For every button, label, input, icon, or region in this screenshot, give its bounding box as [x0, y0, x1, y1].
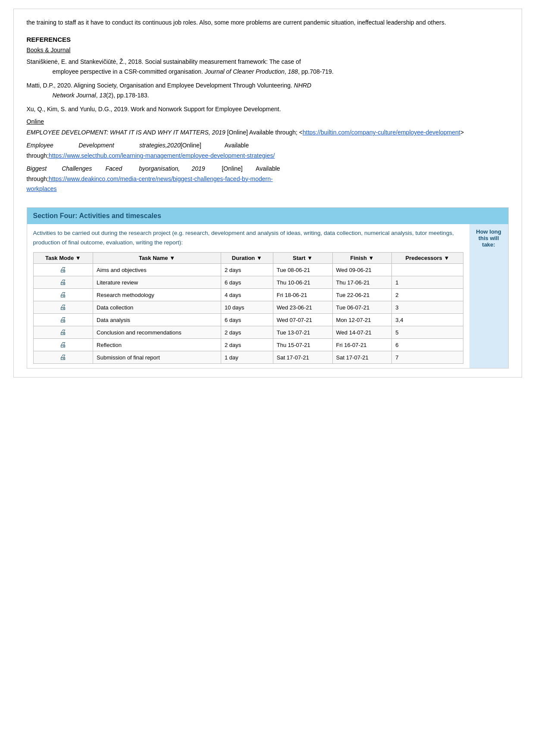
- task-name-cell: Submission of final report: [93, 351, 221, 364]
- task-duration-cell: 1 day: [221, 351, 273, 364]
- col-predecessors[interactable]: Predecessors ▼: [392, 253, 463, 264]
- activities-description: Activities to be carried out during the …: [33, 228, 463, 247]
- books-journal-heading: Books & Journal: [27, 47, 509, 53]
- task-duration-cell: 2 days: [221, 326, 273, 339]
- online-entry-2: Employee Development strategies,2020[Onl…: [27, 141, 509, 161]
- section-four-sidebar: How long this will take:: [469, 224, 508, 368]
- task-finish-cell: Tue 22-06-21: [332, 289, 392, 301]
- task-duration-cell: 4 days: [221, 289, 273, 301]
- task-finish-cell: Sat 17-07-21: [332, 351, 392, 364]
- task-start-cell: Tue 13-07-21: [273, 326, 332, 339]
- task-mode-cell: 🖨: [33, 264, 93, 276]
- task-finish-cell: Thu 17-06-21: [332, 276, 392, 289]
- task-predecessors-cell: 2: [392, 289, 463, 301]
- task-duration-cell: 6 days: [221, 314, 273, 326]
- table-row: 🖨Conclusion and recommendations2 daysTue…: [33, 326, 463, 339]
- intro-paragraph: the training to staff as it have to cond…: [27, 18, 509, 27]
- reference-entry-1: Staniškienė, E. and Stankevičiūtė, Ž., 2…: [27, 57, 509, 76]
- task-name-cell: Literature review: [93, 276, 221, 289]
- task-mode-cell: 🖨: [33, 301, 93, 314]
- link-deakinco[interactable]: https://www.deakinco.com/media-centre/ne…: [49, 175, 273, 182]
- task-start-cell: Wed 07-07-21: [273, 314, 332, 326]
- references-heading: REFERENCES: [27, 36, 509, 43]
- link-deakinco-cont[interactable]: workplaces: [27, 185, 57, 192]
- section-four: Section Four: Activities and timescales …: [27, 207, 509, 369]
- task-predecessors-cell: 1: [392, 276, 463, 289]
- task-name-cell: Data collection: [93, 301, 221, 314]
- intro-text: the training to staff as it have to cond…: [27, 19, 446, 26]
- col-task-name[interactable]: Task Name ▼: [93, 253, 221, 264]
- task-mode-cell: 🖨: [33, 339, 93, 351]
- col-duration[interactable]: Duration ▼: [221, 253, 273, 264]
- references-section: REFERENCES Books & Journal Staniškienė, …: [27, 36, 509, 194]
- table-row: 🖨Reflection2 daysThu 15-07-21Fri 16-07-2…: [33, 339, 463, 351]
- reference-entry-2: Matti, D.P., 2020. Aligning Society, Org…: [27, 81, 509, 100]
- task-duration-cell: 6 days: [221, 276, 273, 289]
- col-start[interactable]: Start ▼: [273, 253, 332, 264]
- task-predecessors-cell: 3: [392, 301, 463, 314]
- sidebar-text: How long this will take:: [473, 228, 505, 248]
- section-four-body: Activities to be carried out during the …: [27, 224, 508, 368]
- task-mode-cell: 🖨: [33, 351, 93, 364]
- task-duration-cell: 2 days: [221, 339, 273, 351]
- activities-table: Task Mode ▼ Task Name ▼ Duration ▼ Start…: [33, 252, 463, 364]
- link-selecthub[interactable]: https://www.selecthub.com/learning-manag…: [49, 152, 275, 159]
- task-name-cell: Aims and objectives: [93, 264, 221, 276]
- task-mode-cell: 🖨: [33, 276, 93, 289]
- task-name-cell: Research methodology: [93, 289, 221, 301]
- task-finish-cell: Mon 12-07-21: [332, 314, 392, 326]
- section-four-header: Section Four: Activities and timescales: [27, 208, 508, 224]
- online-heading: Online: [27, 118, 509, 125]
- task-name-cell: Data analysis: [93, 314, 221, 326]
- online-entry-3: Biggest Challenges Faced byorganisation,…: [27, 164, 509, 194]
- task-start-cell: Thu 15-07-21: [273, 339, 332, 351]
- task-finish-cell: Tue 06-07-21: [332, 301, 392, 314]
- table-row: 🖨Aims and objectives2 daysTue 08-06-21We…: [33, 264, 463, 276]
- task-mode-cell: 🖨: [33, 326, 93, 339]
- task-mode-cell: 🖨: [33, 314, 93, 326]
- task-start-cell: Fri 18-06-21: [273, 289, 332, 301]
- task-predecessors-cell: 7: [392, 351, 463, 364]
- task-finish-cell: Wed 14-07-21: [332, 326, 392, 339]
- task-start-cell: Tue 08-06-21: [273, 264, 332, 276]
- task-finish-cell: Fri 16-07-21: [332, 339, 392, 351]
- table-row: 🖨Research methodology4 daysFri 18-06-21T…: [33, 289, 463, 301]
- task-predecessors-cell: 3,4: [392, 314, 463, 326]
- table-row: 🖨Data analysis6 daysWed 07-07-21Mon 12-0…: [33, 314, 463, 326]
- table-row: 🖨Submission of final report1 daySat 17-0…: [33, 351, 463, 364]
- task-name-cell: Conclusion and recommendations: [93, 326, 221, 339]
- col-finish[interactable]: Finish ▼: [332, 253, 392, 264]
- col-task-mode[interactable]: Task Mode ▼: [33, 253, 93, 264]
- task-start-cell: Thu 10-06-21: [273, 276, 332, 289]
- table-row: 🖨Data collection10 daysWed 23-06-21Tue 0…: [33, 301, 463, 314]
- task-duration-cell: 10 days: [221, 301, 273, 314]
- section-four-main: Activities to be carried out during the …: [27, 224, 469, 368]
- page-container: the training to staff as it have to cond…: [13, 9, 522, 378]
- task-predecessors-cell: 6: [392, 339, 463, 351]
- task-start-cell: Wed 23-06-21: [273, 301, 332, 314]
- reference-entry-3: Xu, Q., Kim, S. and Yunlu, D.G., 2019. W…: [27, 104, 509, 114]
- task-predecessors-cell: [392, 264, 463, 276]
- task-start-cell: Sat 17-07-21: [273, 351, 332, 364]
- online-entry-1: EMPLOYEE DEVELOPMENT: WHAT IT IS AND WHY…: [27, 128, 509, 138]
- task-finish-cell: Wed 09-06-21: [332, 264, 392, 276]
- task-duration-cell: 2 days: [221, 264, 273, 276]
- link-builtin[interactable]: https://builtin.com/company-culture/empl…: [303, 129, 460, 136]
- task-name-cell: Reflection: [93, 339, 221, 351]
- task-predecessors-cell: 5: [392, 326, 463, 339]
- task-mode-cell: 🖨: [33, 289, 93, 301]
- table-row: 🖨Literature review6 daysThu 10-06-21Thu …: [33, 276, 463, 289]
